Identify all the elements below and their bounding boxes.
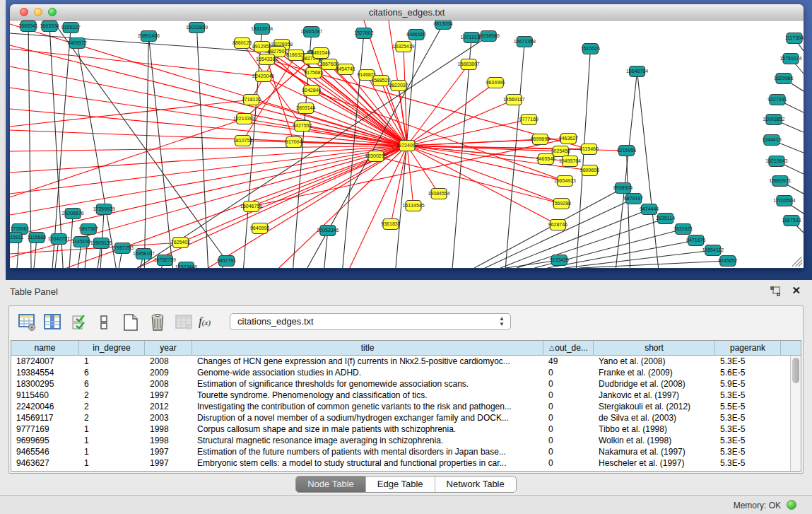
- graph-node[interactable]: 16543382: [256, 54, 278, 65]
- citation-edge[interactable]: [407, 146, 413, 206]
- cell-out_de[interactable]: 0: [543, 446, 594, 457]
- graph-node[interactable]: 2405572: [68, 38, 87, 49]
- graph-node[interactable]: 7569288: [552, 199, 571, 209]
- graph-node[interactable]: 7625402: [171, 238, 190, 248]
- graph-node[interactable]: 6466160: [406, 30, 425, 40]
- graph-node[interactable]: 20053346: [317, 226, 339, 236]
- citation-edge[interactable]: [500, 209, 649, 268]
- cell-in_degree[interactable]: 2: [79, 412, 145, 424]
- graph-node[interactable]: 9227341: [767, 95, 787, 105]
- cell-short[interactable]: Tibbo et al. (1998): [594, 424, 715, 435]
- citation-edge[interactable]: [505, 42, 524, 268]
- graph-node[interactable]: 10654112: [702, 245, 724, 256]
- citation-edge[interactable]: [10, 130, 407, 146]
- graph-node[interactable]: 9857791: [217, 256, 236, 267]
- table-row[interactable]: 1830029562008Estimation of significance …: [11, 378, 801, 390]
- cell-title[interactable]: Investigating the contribution of common…: [192, 401, 543, 412]
- cell-out_de[interactable]: 49: [543, 356, 594, 367]
- graph-node[interactable]: 20891406: [138, 31, 160, 42]
- citation-edge[interactable]: [10, 66, 407, 146]
- graph-node[interactable]: 17957253: [112, 243, 134, 254]
- cell-out_de[interactable]: 0: [543, 378, 594, 390]
- citation-edge[interactable]: [579, 261, 727, 268]
- graph-node[interactable]: 19654923: [554, 176, 576, 187]
- cell-in_degree[interactable]: 2: [79, 390, 145, 401]
- cell-pagerank[interactable]: 5.3E-5: [715, 435, 781, 446]
- cell-year[interactable]: 2008: [145, 378, 192, 390]
- cell-year[interactable]: 2008: [145, 356, 192, 367]
- cell-name[interactable]: 14569117: [11, 412, 79, 424]
- cell-year[interactable]: 2009: [145, 367, 192, 378]
- graph-node[interactable]: 2663041: [18, 21, 37, 32]
- cell-in_degree[interactable]: 1: [79, 446, 145, 457]
- cell-short[interactable]: Yano et al. (2008): [594, 356, 715, 367]
- table-row[interactable]: 946554611997Estimation of the future num…: [11, 446, 801, 457]
- citation-edge[interactable]: [10, 49, 264, 76]
- graph-node[interactable]: 17359929: [93, 204, 115, 215]
- citation-edge[interactable]: [407, 100, 514, 146]
- delete-table-icon[interactable]: [148, 313, 167, 332]
- graph-node[interactable]: 15134545: [402, 201, 424, 211]
- network-window-titlebar[interactable]: citations_edges.txt: [10, 4, 804, 21]
- cell-short[interactable]: Nakamura et al. (1997): [594, 446, 715, 457]
- tab-edge-table[interactable]: Edge Table: [366, 477, 435, 492]
- column-header-year[interactable]: year: [145, 341, 192, 356]
- citation-edge[interactable]: [10, 146, 407, 151]
- graph-node[interactable]: 9899695: [580, 165, 599, 176]
- citation-edge[interactable]: [10, 146, 407, 215]
- cell-year[interactable]: 1997: [145, 390, 192, 401]
- citation-edge[interactable]: [137, 146, 407, 268]
- graph-node[interactable]: 9465546: [536, 154, 555, 165]
- table-scrollbar[interactable]: [790, 356, 801, 471]
- float-panel-icon[interactable]: [770, 286, 781, 297]
- citation-edge[interactable]: [350, 146, 407, 268]
- graph-node[interactable]: 16671358: [514, 37, 536, 47]
- table-row[interactable]: 911546021997Tourette syndrome. Phenomeno…: [11, 390, 801, 401]
- graph-node[interactable]: 8860123: [233, 38, 252, 49]
- graph-node[interactable]: 20206576: [62, 209, 84, 219]
- graph-node[interactable]: 15883807: [458, 59, 480, 70]
- citation-edge[interactable]: [452, 37, 471, 268]
- memory-status-indicator[interactable]: [787, 500, 796, 510]
- graph-node[interactable]: 9777169: [519, 115, 539, 125]
- graph-node[interactable]: 18313074: [251, 24, 273, 35]
- graph-node[interactable]: 8461546: [311, 48, 330, 59]
- graph-node[interactable]: 12093852: [763, 115, 784, 125]
- citation-edge[interactable]: [407, 139, 540, 146]
- citation-edge[interactable]: [267, 59, 294, 142]
- graph-node[interactable]: 8454743: [336, 64, 355, 75]
- cell-name[interactable]: 9115460: [11, 390, 79, 401]
- graph-node[interactable]: 16958107: [133, 249, 155, 259]
- graph-node[interactable]: 2803144: [296, 103, 315, 114]
- citation-edge[interactable]: [10, 146, 407, 194]
- graph-node[interactable]: 8215958: [617, 146, 636, 156]
- graph-node[interactable]: 9245652: [718, 256, 737, 267]
- tab-node-table[interactable]: Node Table: [296, 477, 366, 492]
- cell-year[interactable]: 1997: [145, 457, 192, 469]
- graph-node[interactable]: 9634991: [486, 78, 505, 88]
- cell-short[interactable]: Jankovic et al. (1997): [594, 390, 715, 401]
- cell-year[interactable]: 2012: [145, 401, 192, 412]
- graph-node[interactable]: 19384554: [428, 189, 449, 199]
- show-column-icon[interactable]: [43, 313, 63, 332]
- graph-node[interactable]: 9628746: [548, 220, 567, 230]
- graph-node[interactable]: 12342757: [48, 234, 70, 245]
- cell-year[interactable]: 1997: [145, 446, 192, 457]
- cell-name[interactable]: 9465546: [11, 446, 79, 457]
- cell-year[interactable]: 1998: [145, 435, 192, 446]
- graph-node[interactable]: 1663304: [40, 21, 59, 32]
- cell-title[interactable]: Disruption of a novel member of a sodium…: [192, 412, 543, 424]
- column-header-in_degree[interactable]: in_degree: [79, 341, 145, 356]
- graph-node[interactable]: 917004: [286, 137, 302, 148]
- graph-node[interactable]: 15751074: [779, 54, 801, 64]
- graph-node[interactable]: 7515526: [581, 44, 600, 54]
- graph-node[interactable]: 19218586: [478, 31, 500, 42]
- close-panel-icon[interactable]: ✕: [792, 284, 801, 297]
- graph-node[interactable]: 18724007: [396, 141, 418, 151]
- cell-short[interactable]: de Silva et al. (2003): [594, 412, 715, 424]
- table-scrollbar-thumb[interactable]: [792, 358, 799, 383]
- table-settings-icon[interactable]: [18, 313, 37, 332]
- table-row[interactable]: 2242004622012Investigating the contribut…: [11, 401, 801, 412]
- graph-node[interactable]: 1167533: [782, 216, 801, 226]
- graph-node[interactable]: 10325419: [392, 42, 414, 52]
